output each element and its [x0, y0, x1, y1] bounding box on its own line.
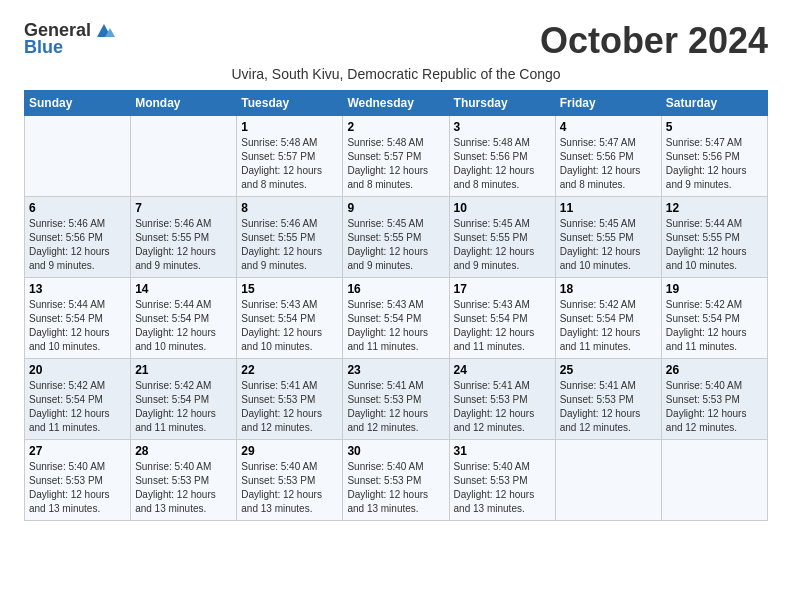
day-number: 2: [347, 120, 444, 134]
day-cell: 27Sunrise: 5:40 AM Sunset: 5:53 PM Dayli…: [25, 440, 131, 521]
day-cell: 4Sunrise: 5:47 AM Sunset: 5:56 PM Daylig…: [555, 116, 661, 197]
day-cell: 8Sunrise: 5:46 AM Sunset: 5:55 PM Daylig…: [237, 197, 343, 278]
day-cell: 18Sunrise: 5:42 AM Sunset: 5:54 PM Dayli…: [555, 278, 661, 359]
header-row: SundayMondayTuesdayWednesdayThursdayFrid…: [25, 91, 768, 116]
day-number: 15: [241, 282, 338, 296]
day-cell: 14Sunrise: 5:44 AM Sunset: 5:54 PM Dayli…: [131, 278, 237, 359]
day-info: Sunrise: 5:42 AM Sunset: 5:54 PM Dayligh…: [666, 298, 763, 354]
day-number: 11: [560, 201, 657, 215]
week-row-1: 1Sunrise: 5:48 AM Sunset: 5:57 PM Daylig…: [25, 116, 768, 197]
day-info: Sunrise: 5:44 AM Sunset: 5:55 PM Dayligh…: [666, 217, 763, 273]
day-cell: [25, 116, 131, 197]
day-number: 3: [454, 120, 551, 134]
week-row-3: 13Sunrise: 5:44 AM Sunset: 5:54 PM Dayli…: [25, 278, 768, 359]
day-cell: 10Sunrise: 5:45 AM Sunset: 5:55 PM Dayli…: [449, 197, 555, 278]
day-cell: 23Sunrise: 5:41 AM Sunset: 5:53 PM Dayli…: [343, 359, 449, 440]
day-info: Sunrise: 5:40 AM Sunset: 5:53 PM Dayligh…: [29, 460, 126, 516]
day-cell: 1Sunrise: 5:48 AM Sunset: 5:57 PM Daylig…: [237, 116, 343, 197]
day-cell: 12Sunrise: 5:44 AM Sunset: 5:55 PM Dayli…: [661, 197, 767, 278]
day-info: Sunrise: 5:40 AM Sunset: 5:53 PM Dayligh…: [454, 460, 551, 516]
day-cell: 30Sunrise: 5:40 AM Sunset: 5:53 PM Dayli…: [343, 440, 449, 521]
day-number: 5: [666, 120, 763, 134]
day-cell: [131, 116, 237, 197]
day-number: 17: [454, 282, 551, 296]
day-number: 16: [347, 282, 444, 296]
day-number: 8: [241, 201, 338, 215]
day-cell: 20Sunrise: 5:42 AM Sunset: 5:54 PM Dayli…: [25, 359, 131, 440]
day-cell: 29Sunrise: 5:40 AM Sunset: 5:53 PM Dayli…: [237, 440, 343, 521]
day-number: 19: [666, 282, 763, 296]
day-info: Sunrise: 5:42 AM Sunset: 5:54 PM Dayligh…: [135, 379, 232, 435]
day-cell: 28Sunrise: 5:40 AM Sunset: 5:53 PM Dayli…: [131, 440, 237, 521]
day-number: 21: [135, 363, 232, 377]
day-info: Sunrise: 5:41 AM Sunset: 5:53 PM Dayligh…: [454, 379, 551, 435]
day-number: 25: [560, 363, 657, 377]
day-info: Sunrise: 5:47 AM Sunset: 5:56 PM Dayligh…: [666, 136, 763, 192]
day-cell: 31Sunrise: 5:40 AM Sunset: 5:53 PM Dayli…: [449, 440, 555, 521]
day-number: 9: [347, 201, 444, 215]
day-number: 4: [560, 120, 657, 134]
day-number: 14: [135, 282, 232, 296]
day-number: 22: [241, 363, 338, 377]
day-cell: 26Sunrise: 5:40 AM Sunset: 5:53 PM Dayli…: [661, 359, 767, 440]
day-number: 6: [29, 201, 126, 215]
day-number: 10: [454, 201, 551, 215]
day-info: Sunrise: 5:43 AM Sunset: 5:54 PM Dayligh…: [241, 298, 338, 354]
day-info: Sunrise: 5:41 AM Sunset: 5:53 PM Dayligh…: [560, 379, 657, 435]
col-header-friday: Friday: [555, 91, 661, 116]
day-number: 31: [454, 444, 551, 458]
day-cell: [555, 440, 661, 521]
logo-blue: Blue: [24, 37, 63, 58]
day-info: Sunrise: 5:48 AM Sunset: 5:57 PM Dayligh…: [241, 136, 338, 192]
day-number: 1: [241, 120, 338, 134]
header: General Blue October 2024: [24, 20, 768, 62]
col-header-wednesday: Wednesday: [343, 91, 449, 116]
day-cell: 3Sunrise: 5:48 AM Sunset: 5:56 PM Daylig…: [449, 116, 555, 197]
day-number: 27: [29, 444, 126, 458]
day-info: Sunrise: 5:44 AM Sunset: 5:54 PM Dayligh…: [135, 298, 232, 354]
day-cell: 9Sunrise: 5:45 AM Sunset: 5:55 PM Daylig…: [343, 197, 449, 278]
day-number: 18: [560, 282, 657, 296]
day-cell: 2Sunrise: 5:48 AM Sunset: 5:57 PM Daylig…: [343, 116, 449, 197]
day-info: Sunrise: 5:43 AM Sunset: 5:54 PM Dayligh…: [454, 298, 551, 354]
day-cell: 25Sunrise: 5:41 AM Sunset: 5:53 PM Dayli…: [555, 359, 661, 440]
day-cell: 19Sunrise: 5:42 AM Sunset: 5:54 PM Dayli…: [661, 278, 767, 359]
month-title: October 2024: [540, 20, 768, 62]
day-cell: 15Sunrise: 5:43 AM Sunset: 5:54 PM Dayli…: [237, 278, 343, 359]
calendar-table: SundayMondayTuesdayWednesdayThursdayFrid…: [24, 90, 768, 521]
week-row-2: 6Sunrise: 5:46 AM Sunset: 5:56 PM Daylig…: [25, 197, 768, 278]
day-number: 26: [666, 363, 763, 377]
day-info: Sunrise: 5:40 AM Sunset: 5:53 PM Dayligh…: [666, 379, 763, 435]
week-row-5: 27Sunrise: 5:40 AM Sunset: 5:53 PM Dayli…: [25, 440, 768, 521]
day-cell: 22Sunrise: 5:41 AM Sunset: 5:53 PM Dayli…: [237, 359, 343, 440]
logo-icon: [93, 19, 115, 41]
day-cell: [661, 440, 767, 521]
week-row-4: 20Sunrise: 5:42 AM Sunset: 5:54 PM Dayli…: [25, 359, 768, 440]
day-info: Sunrise: 5:45 AM Sunset: 5:55 PM Dayligh…: [560, 217, 657, 273]
day-info: Sunrise: 5:44 AM Sunset: 5:54 PM Dayligh…: [29, 298, 126, 354]
day-info: Sunrise: 5:40 AM Sunset: 5:53 PM Dayligh…: [347, 460, 444, 516]
col-header-thursday: Thursday: [449, 91, 555, 116]
day-info: Sunrise: 5:47 AM Sunset: 5:56 PM Dayligh…: [560, 136, 657, 192]
day-number: 20: [29, 363, 126, 377]
day-number: 29: [241, 444, 338, 458]
day-number: 23: [347, 363, 444, 377]
day-info: Sunrise: 5:45 AM Sunset: 5:55 PM Dayligh…: [454, 217, 551, 273]
day-cell: 5Sunrise: 5:47 AM Sunset: 5:56 PM Daylig…: [661, 116, 767, 197]
day-info: Sunrise: 5:43 AM Sunset: 5:54 PM Dayligh…: [347, 298, 444, 354]
day-info: Sunrise: 5:45 AM Sunset: 5:55 PM Dayligh…: [347, 217, 444, 273]
day-number: 12: [666, 201, 763, 215]
day-info: Sunrise: 5:46 AM Sunset: 5:55 PM Dayligh…: [135, 217, 232, 273]
day-cell: 17Sunrise: 5:43 AM Sunset: 5:54 PM Dayli…: [449, 278, 555, 359]
day-info: Sunrise: 5:41 AM Sunset: 5:53 PM Dayligh…: [241, 379, 338, 435]
day-number: 24: [454, 363, 551, 377]
day-info: Sunrise: 5:46 AM Sunset: 5:55 PM Dayligh…: [241, 217, 338, 273]
day-cell: 11Sunrise: 5:45 AM Sunset: 5:55 PM Dayli…: [555, 197, 661, 278]
day-cell: 13Sunrise: 5:44 AM Sunset: 5:54 PM Dayli…: [25, 278, 131, 359]
day-number: 13: [29, 282, 126, 296]
col-header-tuesday: Tuesday: [237, 91, 343, 116]
day-cell: 6Sunrise: 5:46 AM Sunset: 5:56 PM Daylig…: [25, 197, 131, 278]
subtitle: Uvira, South Kivu, Democratic Republic o…: [24, 66, 768, 82]
day-info: Sunrise: 5:40 AM Sunset: 5:53 PM Dayligh…: [241, 460, 338, 516]
day-info: Sunrise: 5:42 AM Sunset: 5:54 PM Dayligh…: [29, 379, 126, 435]
